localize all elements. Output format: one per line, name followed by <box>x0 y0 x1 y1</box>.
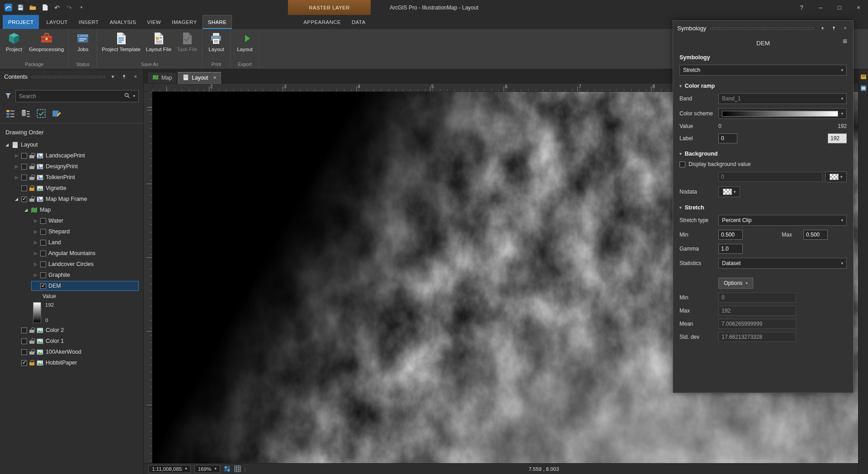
close-tab-icon[interactable]: × <box>213 75 216 81</box>
expander-collapsed-icon[interactable]: ▷ <box>33 240 38 245</box>
menu-icon[interactable]: ≡ <box>843 37 847 46</box>
ribbon-button-geoprocessing[interactable]: Geoprocessing <box>27 30 66 54</box>
tree-item-landscapeprint[interactable]: ▷LandscapePrint <box>12 151 139 161</box>
background-section-header[interactable]: ▾ Background <box>679 151 847 157</box>
tree-item-tolkienprint[interactable]: ▷TolkienPrint <box>12 172 139 182</box>
color-scheme-dropdown[interactable]: ▾ <box>718 108 847 119</box>
tree-item-landcover-circles[interactable]: ▷Landcover Circles <box>31 259 139 269</box>
stretch-min-input[interactable] <box>718 230 743 240</box>
unlocked-lock-icon[interactable] <box>29 196 34 202</box>
band-dropdown[interactable]: Band_1 ▾ <box>718 93 847 104</box>
expander-collapsed-icon[interactable]: ▷ <box>33 251 38 256</box>
ribbon-button-project[interactable]: Project <box>2 30 26 54</box>
ribbon-button-layout-file[interactable]: Layout File <box>144 30 174 54</box>
search-input[interactable] <box>19 93 121 100</box>
stretch-type-dropdown[interactable]: Percent Clip ▾ <box>718 215 847 226</box>
unlocked-lock-icon[interactable] <box>29 338 34 344</box>
layer-visibility-checkbox[interactable] <box>21 164 27 170</box>
expander-collapsed-icon[interactable]: ▷ <box>33 229 38 234</box>
tree-item-100akerwood[interactable]: 100AkerWood <box>12 347 139 357</box>
display-background-checkbox[interactable] <box>679 161 685 167</box>
layer-visibility-checkbox[interactable] <box>40 272 46 278</box>
tree-item-land[interactable]: ▷Land <box>31 237 139 247</box>
search-box[interactable]: ▾ <box>15 90 139 102</box>
unlocked-lock-icon[interactable] <box>29 164 34 169</box>
statistics-dropdown[interactable]: Dataset ▾ <box>718 258 847 269</box>
new-item-icon[interactable] <box>40 3 49 12</box>
expander-collapsed-icon[interactable]: ▷ <box>33 218 38 223</box>
open-project-icon[interactable] <box>28 3 37 12</box>
stretch-section-header[interactable]: ▾ Stretch <box>679 204 847 211</box>
expander-collapsed-icon[interactable]: ▷ <box>33 273 38 277</box>
tab-layout[interactable]: LAYOUT <box>41 15 73 29</box>
layer-visibility-checkbox[interactable] <box>40 261 46 267</box>
pane-pin-icon[interactable] <box>830 24 838 32</box>
maximize-button[interactable]: □ <box>830 0 849 15</box>
expander-collapsed-icon[interactable]: ▷ <box>14 164 19 169</box>
pane-drag-grip[interactable] <box>710 27 815 30</box>
close-button[interactable]: × <box>849 0 868 15</box>
tab-view[interactable]: VIEW <box>142 15 166 29</box>
tree-item-layout[interactable]: ◢Layout <box>3 140 139 150</box>
layer-visibility-checkbox[interactable] <box>40 283 46 289</box>
zoom-selector[interactable]: 169% ▾ <box>194 465 220 473</box>
list-by-editing-icon[interactable] <box>52 109 61 118</box>
filter-funnel-icon[interactable] <box>5 92 12 101</box>
locked-lock-icon[interactable] <box>29 360 34 365</box>
help-button[interactable]: ? <box>792 0 811 15</box>
ribbon-button-layout[interactable]: Layout <box>204 30 228 54</box>
hidden-catalog-pane-tab-icon[interactable] <box>860 73 867 81</box>
minimize-button[interactable]: – <box>811 0 830 15</box>
save-icon[interactable] <box>16 3 25 12</box>
tree-item-graphite[interactable]: ▷Graphite <box>31 270 139 280</box>
layer-visibility-checkbox[interactable] <box>21 360 27 366</box>
layer-visibility-checkbox[interactable] <box>40 229 46 235</box>
unlocked-lock-icon[interactable] <box>29 327 34 333</box>
pane-close-icon[interactable]: × <box>132 73 139 81</box>
tree-item-designyprint[interactable]: ▷DesignyPrint <box>12 161 139 171</box>
ribbon-button-layout[interactable]: Layout <box>233 30 256 54</box>
tree-item-vignette[interactable]: Vignette <box>12 183 139 193</box>
pane-pin-icon[interactable] <box>120 73 128 81</box>
stretch-max-input[interactable] <box>803 230 828 240</box>
search-icon[interactable] <box>124 92 130 100</box>
tab-data[interactable]: DATA <box>346 15 371 29</box>
expander-expanded-icon[interactable]: ◢ <box>24 208 28 212</box>
layer-visibility-checkbox[interactable] <box>40 218 46 224</box>
quick-access-menu-icon[interactable]: ▾ <box>77 3 86 12</box>
expander-collapsed-icon[interactable]: ▷ <box>14 153 19 158</box>
layer-visibility-checkbox[interactable] <box>21 327 27 333</box>
options-button[interactable]: Options ▾ <box>718 278 753 289</box>
expander-expanded-icon[interactable]: ◢ <box>14 197 19 201</box>
ribbon-button-jobs[interactable]: Jobs <box>71 30 94 54</box>
tree-item-angular-mountains[interactable]: ▷Angular Mountains <box>31 248 139 258</box>
gamma-input[interactable] <box>718 244 743 254</box>
pane-menu-chevron-icon[interactable]: ▾ <box>819 24 826 32</box>
tree-item-shepard[interactable]: ▷Shepard <box>31 227 139 237</box>
unlocked-lock-icon[interactable] <box>29 153 34 158</box>
grid-icon[interactable] <box>234 465 241 472</box>
tab-insert[interactable]: INSERT <box>73 15 104 29</box>
layer-visibility-checkbox[interactable] <box>40 240 46 246</box>
layer-visibility-checkbox[interactable] <box>21 349 27 355</box>
tree-item-dem[interactable]: DEM <box>31 281 139 291</box>
layer-visibility-checkbox[interactable] <box>21 338 27 344</box>
expander-expanded-icon[interactable]: ◢ <box>5 142 9 147</box>
tab-share[interactable]: SHARE <box>203 15 232 29</box>
scale-selector[interactable]: 1:11,008,085 ▾ <box>148 465 191 473</box>
tab-analysis[interactable]: ANALYSIS <box>104 15 142 29</box>
layer-visibility-checkbox[interactable] <box>40 251 46 256</box>
tree-item-color-2[interactable]: Color 2 <box>12 325 139 335</box>
view-tab-map[interactable]: Map <box>147 72 177 84</box>
unlocked-lock-icon[interactable] <box>29 349 34 355</box>
tab-appearance[interactable]: APPEARANCE <box>298 15 346 29</box>
view-tab-layout[interactable]: Layout× <box>178 72 221 84</box>
contextual-tab-group-header[interactable]: RASTER LAYER <box>288 0 371 15</box>
tree-item-map-map-frame[interactable]: ◢Map Map Frame <box>12 194 139 204</box>
tree-item-water[interactable]: ▷Water <box>31 216 139 226</box>
layer-visibility-checkbox[interactable] <box>21 153 27 159</box>
tree-item-hobbitpaper[interactable]: HobbitPaper <box>12 358 139 368</box>
pane-drag-grip[interactable] <box>31 75 105 78</box>
layer-visibility-checkbox[interactable] <box>21 196 27 202</box>
locked-lock-icon[interactable] <box>29 185 34 191</box>
